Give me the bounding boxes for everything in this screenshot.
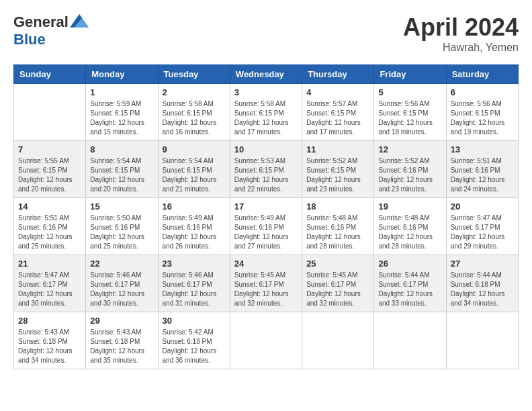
- calendar-header-row: SundayMondayTuesdayWednesdayThursdayFrid…: [14, 65, 519, 84]
- calendar-week-row: 28Sunrise: 5:43 AM Sunset: 6:18 PM Dayli…: [14, 312, 519, 369]
- calendar-day-cell: 1Sunrise: 5:59 AM Sunset: 6:15 PM Daylig…: [86, 84, 158, 141]
- day-info: Sunrise: 5:46 AM Sunset: 6:17 PM Dayligh…: [90, 271, 153, 308]
- day-info: Sunrise: 5:46 AM Sunset: 6:17 PM Dayligh…: [163, 271, 226, 308]
- day-number: 16: [163, 201, 226, 212]
- day-info: Sunrise: 5:54 AM Sunset: 6:15 PM Dayligh…: [90, 156, 153, 194]
- calendar-day-header: Sunday: [14, 65, 86, 84]
- location-subtitle: Hawrah, Yemen: [403, 42, 519, 54]
- day-info: Sunrise: 5:51 AM Sunset: 6:16 PM Dayligh…: [18, 214, 81, 251]
- day-info: Sunrise: 5:58 AM Sunset: 6:15 PM Dayligh…: [234, 99, 298, 137]
- day-number: 15: [90, 201, 153, 212]
- day-info: Sunrise: 5:49 AM Sunset: 6:16 PM Dayligh…: [163, 214, 226, 251]
- day-number: 8: [90, 144, 153, 154]
- calendar-day-cell: 10Sunrise: 5:53 AM Sunset: 6:15 PM Dayli…: [230, 141, 302, 198]
- calendar-day-cell: [14, 84, 86, 141]
- calendar-day-cell: 4Sunrise: 5:57 AM Sunset: 6:15 PM Daylig…: [302, 84, 374, 141]
- calendar-table: SundayMondayTuesdayWednesdayThursdayFrid…: [13, 64, 519, 369]
- calendar-day-cell: 27Sunrise: 5:44 AM Sunset: 6:18 PM Dayli…: [446, 255, 518, 312]
- day-number: 4: [306, 87, 369, 97]
- calendar-day-header: Tuesday: [158, 65, 230, 84]
- calendar-day-cell: [446, 312, 518, 369]
- day-number: 22: [90, 259, 153, 269]
- day-info: Sunrise: 5:51 AM Sunset: 6:16 PM Dayligh…: [451, 156, 514, 194]
- calendar-day-cell: [302, 312, 374, 369]
- day-info: Sunrise: 5:45 AM Sunset: 6:17 PM Dayligh…: [234, 271, 298, 308]
- calendar-week-row: 1Sunrise: 5:59 AM Sunset: 6:15 PM Daylig…: [14, 84, 519, 141]
- day-info: Sunrise: 5:45 AM Sunset: 6:17 PM Dayligh…: [306, 271, 369, 308]
- day-number: 26: [378, 259, 441, 269]
- day-number: 28: [18, 316, 81, 326]
- calendar-day-cell: 7Sunrise: 5:55 AM Sunset: 6:15 PM Daylig…: [14, 141, 86, 198]
- day-info: Sunrise: 5:56 AM Sunset: 6:15 PM Dayligh…: [451, 99, 514, 137]
- day-number: 12: [378, 144, 441, 154]
- day-number: 7: [18, 144, 81, 154]
- day-info: Sunrise: 5:50 AM Sunset: 6:16 PM Dayligh…: [90, 214, 153, 251]
- calendar-day-cell: 25Sunrise: 5:45 AM Sunset: 6:17 PM Dayli…: [302, 255, 374, 312]
- day-info: Sunrise: 5:47 AM Sunset: 6:17 PM Dayligh…: [451, 214, 514, 251]
- calendar-day-cell: 11Sunrise: 5:52 AM Sunset: 6:15 PM Dayli…: [302, 141, 374, 198]
- day-info: Sunrise: 5:54 AM Sunset: 6:15 PM Dayligh…: [163, 156, 226, 194]
- day-info: Sunrise: 5:42 AM Sunset: 6:18 PM Dayligh…: [163, 328, 226, 365]
- day-number: 24: [234, 259, 298, 269]
- calendar-day-cell: 19Sunrise: 5:48 AM Sunset: 6:16 PM Dayli…: [374, 198, 446, 255]
- calendar-day-cell: 16Sunrise: 5:49 AM Sunset: 6:16 PM Dayli…: [158, 198, 230, 255]
- day-info: Sunrise: 5:44 AM Sunset: 6:17 PM Dayligh…: [378, 271, 441, 308]
- day-number: 2: [163, 87, 226, 97]
- calendar-day-cell: 2Sunrise: 5:58 AM Sunset: 6:15 PM Daylig…: [158, 84, 230, 141]
- calendar-day-cell: 23Sunrise: 5:46 AM Sunset: 6:17 PM Dayli…: [158, 255, 230, 312]
- title-section: April 2024 Hawrah, Yemen: [403, 13, 519, 54]
- day-number: 29: [90, 316, 153, 326]
- day-info: Sunrise: 5:43 AM Sunset: 6:18 PM Dayligh…: [90, 328, 153, 365]
- calendar-day-cell: 13Sunrise: 5:51 AM Sunset: 6:16 PM Dayli…: [446, 141, 518, 198]
- day-number: 30: [163, 316, 226, 326]
- calendar-day-header: Monday: [86, 65, 158, 84]
- day-number: 10: [234, 144, 298, 154]
- day-info: Sunrise: 5:47 AM Sunset: 6:17 PM Dayligh…: [18, 271, 81, 308]
- day-info: Sunrise: 5:55 AM Sunset: 6:15 PM Dayligh…: [18, 156, 81, 194]
- day-number: 27: [451, 259, 514, 269]
- calendar-day-cell: 9Sunrise: 5:54 AM Sunset: 6:15 PM Daylig…: [158, 141, 230, 198]
- day-number: 9: [163, 144, 226, 154]
- day-number: 13: [451, 144, 514, 154]
- calendar-day-cell: 28Sunrise: 5:43 AM Sunset: 6:18 PM Dayli…: [14, 312, 86, 369]
- day-info: Sunrise: 5:44 AM Sunset: 6:18 PM Dayligh…: [451, 271, 514, 308]
- calendar-day-cell: 18Sunrise: 5:48 AM Sunset: 6:16 PM Dayli…: [302, 198, 374, 255]
- day-number: 19: [378, 201, 441, 212]
- day-number: 6: [451, 87, 514, 97]
- calendar-day-cell: 5Sunrise: 5:56 AM Sunset: 6:15 PM Daylig…: [374, 84, 446, 141]
- calendar-week-row: 21Sunrise: 5:47 AM Sunset: 6:17 PM Dayli…: [14, 255, 519, 312]
- logo: General Blue: [13, 13, 89, 48]
- day-number: 1: [90, 87, 153, 97]
- day-info: Sunrise: 5:57 AM Sunset: 6:15 PM Dayligh…: [306, 99, 369, 137]
- calendar-day-cell: [374, 312, 446, 369]
- calendar-day-cell: 17Sunrise: 5:49 AM Sunset: 6:16 PM Dayli…: [230, 198, 302, 255]
- day-info: Sunrise: 5:48 AM Sunset: 6:16 PM Dayligh…: [306, 214, 369, 251]
- logo-icon: [70, 14, 89, 28]
- calendar-day-header: Thursday: [302, 65, 374, 84]
- day-number: 3: [234, 87, 298, 97]
- day-number: 5: [378, 87, 441, 97]
- day-number: 23: [163, 259, 226, 269]
- calendar-day-cell: 12Sunrise: 5:52 AM Sunset: 6:16 PM Dayli…: [374, 141, 446, 198]
- page-header: General Blue April 2024 Hawrah, Yemen: [13, 13, 519, 54]
- calendar-day-cell: 3Sunrise: 5:58 AM Sunset: 6:15 PM Daylig…: [230, 84, 302, 141]
- day-number: 17: [234, 201, 298, 212]
- logo-blue-text: Blue: [13, 31, 46, 48]
- day-number: 21: [18, 259, 81, 269]
- day-info: Sunrise: 5:49 AM Sunset: 6:16 PM Dayligh…: [234, 214, 298, 251]
- calendar-day-cell: 30Sunrise: 5:42 AM Sunset: 6:18 PM Dayli…: [158, 312, 230, 369]
- logo-general-text: General: [13, 13, 69, 31]
- day-info: Sunrise: 5:59 AM Sunset: 6:15 PM Dayligh…: [90, 99, 153, 137]
- calendar-day-cell: [230, 312, 302, 369]
- day-number: 14: [18, 201, 81, 212]
- calendar-day-header: Wednesday: [230, 65, 302, 84]
- day-info: Sunrise: 5:53 AM Sunset: 6:15 PM Dayligh…: [234, 156, 298, 194]
- month-year-title: April 2024: [403, 13, 519, 42]
- calendar-day-cell: 15Sunrise: 5:50 AM Sunset: 6:16 PM Dayli…: [86, 198, 158, 255]
- calendar-day-cell: 6Sunrise: 5:56 AM Sunset: 6:15 PM Daylig…: [446, 84, 518, 141]
- day-info: Sunrise: 5:48 AM Sunset: 6:16 PM Dayligh…: [378, 214, 441, 251]
- day-info: Sunrise: 5:43 AM Sunset: 6:18 PM Dayligh…: [18, 328, 81, 365]
- day-number: 25: [306, 259, 369, 269]
- day-info: Sunrise: 5:56 AM Sunset: 6:15 PM Dayligh…: [378, 99, 441, 137]
- calendar-day-cell: 29Sunrise: 5:43 AM Sunset: 6:18 PM Dayli…: [86, 312, 158, 369]
